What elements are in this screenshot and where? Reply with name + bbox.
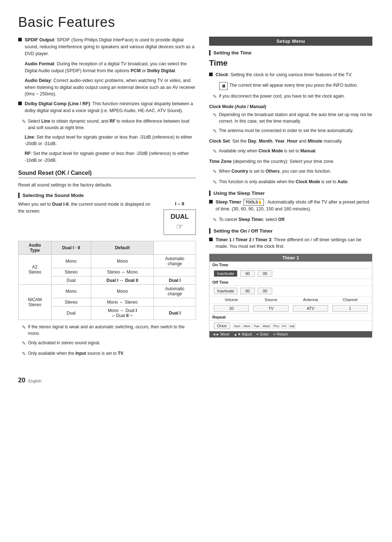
note-clock-mode-avail: ✎ Available only when Clock Mode is set … (209, 148, 372, 155)
day-wed[interactable]: Wed (261, 323, 270, 329)
nav-enter: ↵ Enter (256, 332, 269, 336)
source-label: Source (252, 297, 290, 302)
table-cell-nicam-dual-type: Dual (51, 307, 91, 320)
table-cell-nicam-stereo-default (154, 298, 196, 307)
on-time-label: On Time (209, 262, 372, 268)
dolby-text: Dolby Digital Comp (Line / RF): This fun… (25, 100, 196, 114)
off-inactive-field[interactable]: Inactivate (214, 288, 237, 294)
day-sat[interactable]: Sat (288, 323, 295, 329)
left-column: SPDIF Output: SPDIF (Sony Philips Digita… (18, 37, 196, 361)
nav-move: ◄► Move (212, 332, 229, 336)
vsac-labels-row: Volume Source Antenna Channel (209, 296, 372, 303)
note-broadcast: ✎ Depending on the broadcast station and… (209, 111, 372, 124)
table-row: NICAMStereo Mono Mono Automaticchange (19, 285, 196, 298)
table-cell-stereo-type: Stereo (51, 268, 91, 276)
table-row: A2Stereo Mono Mono Automaticchange (19, 255, 196, 268)
bullet-square-icon (209, 73, 213, 76)
day-tue[interactable]: Tue (252, 323, 260, 329)
antenna-field[interactable]: ATV (293, 305, 328, 312)
on-min-field[interactable]: 00 (258, 270, 272, 277)
note-pencil-icon: ✎ (213, 216, 217, 224)
dual-wrapper: When you set to Dual I-II, the current s… (18, 201, 196, 235)
table-cell-dual-default: Dual I (154, 276, 196, 285)
setting-time-heading: Setting the Time (209, 50, 372, 56)
table-cell-dual-dual: Dual I ↔ Dual II (91, 276, 154, 285)
table-cell-nicam-mono-dual: Mono (91, 285, 154, 298)
clock-set-para: Clock Set: Set the Day, Month, Year, Hou… (209, 138, 372, 145)
page-footer: 20 English (18, 369, 374, 384)
audio-format-para: Audio Format: During the reception of a … (25, 61, 196, 74)
table-cell-mono-type: Mono (51, 255, 91, 268)
note-info: 🖥 The current time will appear every tim… (216, 82, 372, 90)
note-stereo-weak: ✎ If the stereo signal is weak and an au… (18, 324, 196, 337)
note-country-others: ✎ When Country is set to Others, you can… (209, 168, 372, 176)
sleep-timer-bullet: Sleep Timer TOOLS✋: Automatically shuts … (209, 199, 372, 213)
note-line-rf: ✎ Select Line to obtain dynamic sound, a… (18, 118, 196, 131)
audio-delay-para: Audio Delay: Correct audio-video sync pr… (25, 77, 196, 98)
table-cell-nicam-stereo-dual: Mono ↔ Stereo (91, 298, 154, 307)
audio-table: AudioType Dual I · II Default A2Stereo M… (18, 241, 196, 320)
setting-on-off-heading: Setting the On / Off Timer (209, 228, 372, 234)
antenna-label: Antenna (291, 297, 330, 302)
nav-return: ↩ Return (273, 332, 288, 336)
repeat-field[interactable]: Once (214, 323, 230, 329)
day-sun[interactable]: Sun (233, 323, 241, 329)
note-pencil-icon: ✎ (22, 324, 26, 331)
timer-title-bar: Timer 1 (209, 254, 372, 262)
on-inactive-field[interactable]: Inactivate (214, 270, 237, 277)
setup-menu-bar: Setup Menu (209, 37, 372, 46)
spdif-text: SPDIF Output: SPDIF (Sony Philips Digita… (25, 37, 196, 57)
sound-reset-text: Reset all sound settings to the factory … (18, 182, 196, 189)
tools-badge: TOOLS✋ (244, 199, 264, 206)
timezone-para: Time Zone (depending on the country): Se… (209, 158, 372, 165)
dual-display: I – II DUAL ☞ (163, 201, 196, 235)
timer-box: Timer 1 On Time Inactivate 00 00 Off Tim… (209, 254, 372, 338)
note-pencil-icon: ✎ (213, 148, 217, 155)
table-cell-nicam-dual-default: Dual I (154, 307, 196, 320)
off-hour-field[interactable]: 00 (240, 288, 255, 294)
right-column: Setup Menu Setting the Time Time Clock: … (209, 37, 372, 361)
selecting-sound-mode-heading: Selecting the Sound Mode (18, 193, 196, 198)
table-header-default: Default (91, 241, 154, 255)
table-cell-stereo-default (154, 268, 196, 276)
page-lang: English (28, 379, 41, 383)
note-pencil-icon: ✎ (22, 350, 26, 358)
note-cancel-sleep: ✎ To cancel Sleep Timer, select Off. (209, 216, 372, 224)
repeat-row: Once Sun Mon Tue Wed Thu Fri Sat (209, 321, 372, 331)
on-time-row: Inactivate 00 00 (209, 268, 372, 279)
days-row: Sun Mon Tue Wed Thu Fri Sat (233, 323, 296, 329)
note-pencil-icon: ✎ (213, 178, 217, 186)
off-min-field[interactable]: 00 (258, 288, 272, 294)
day-fri[interactable]: Fri (281, 323, 287, 329)
spdif-bullet: SPDIF Output: SPDIF (Sony Philips Digita… (18, 37, 196, 57)
bullet-square-icon (209, 200, 213, 204)
note-pencil-icon: ✎ (22, 340, 26, 347)
nav-adjust: ▲▼ Adjust (234, 332, 252, 336)
source-field[interactable]: TV (253, 305, 289, 312)
channel-label: Channel (331, 297, 369, 302)
on-hour-field[interactable]: 00 (240, 270, 255, 277)
day-mon[interactable]: Mon (242, 323, 251, 329)
table-cell-nicam: NICAMStereo (19, 285, 52, 320)
note-pencil-icon: ✎ (213, 168, 217, 176)
table-cell-dual-type: Dual (51, 276, 91, 285)
sound-reset-heading: Sound Reset (OK / Cancel) (18, 170, 196, 178)
page-number: 20 (18, 377, 25, 384)
channel-field[interactable]: 1 (332, 305, 368, 312)
note-input-tv: ✎ Only available when the Input source i… (18, 350, 196, 358)
clock-mode-label: Clock Mode (Auto / Manual) (209, 103, 372, 110)
time-heading: Time (209, 58, 372, 68)
table-header-type: AudioType (19, 241, 52, 255)
note-pencil-icon: ✎ (213, 93, 217, 100)
volume-field[interactable]: 20 (214, 305, 249, 312)
table-cell-nicam-stereo-type: Stereo (51, 298, 91, 307)
note-pencil-icon: ✎ (213, 127, 217, 135)
table-cell-nicam-dual-dual: Mono ↔ Dual I⌐ Dual II ¬ (91, 307, 154, 320)
note-stereo-only: ✎ Only activated in stereo sound signal. (18, 340, 196, 347)
table-cell-nicam-mono-default: Automaticchange (154, 285, 196, 298)
note-pencil-icon: ✎ (22, 118, 26, 126)
day-thu[interactable]: Thu (272, 323, 280, 329)
table-cell-stereo-dual: Stereo ↔ Mono (91, 268, 154, 276)
note-pencil-icon: ✎ (213, 111, 217, 119)
table-cell-a2: A2Stereo (19, 255, 52, 285)
